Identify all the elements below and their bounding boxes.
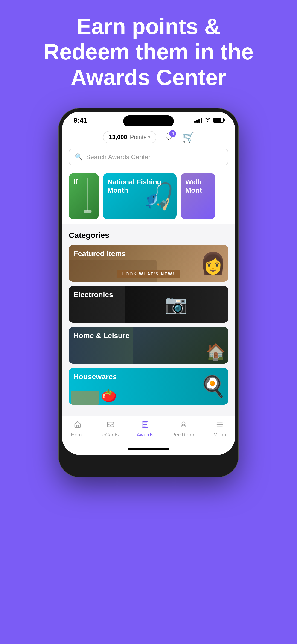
search-bar[interactable]: 🔍 Search Awards Center	[69, 148, 228, 166]
bottom-nav: Home eCards	[62, 416, 235, 445]
promo-card-golf[interactable]: lf	[69, 173, 99, 219]
category-featured-label: Featured Items	[74, 250, 126, 258]
nav-item-menu[interactable]: Menu	[214, 420, 226, 438]
svg-rect-0	[87, 178, 88, 211]
category-card-electronics[interactable]: 📷 Electronics	[69, 286, 228, 323]
menu-nav-label: Menu	[214, 432, 226, 438]
search-section: 🔍 Search Awards Center	[62, 148, 235, 171]
home-indicator	[62, 445, 235, 455]
signal-icon	[194, 118, 202, 123]
category-card-featured[interactable]: 👩 Featured Items LOOK WHAT'S NEW!	[69, 245, 228, 282]
svg-rect-1	[84, 210, 92, 213]
category-card-housewares[interactable]: 🍳 🍅 Housewares	[69, 368, 228, 405]
housewares-tomato-icon: 🍅	[101, 388, 117, 403]
nav-item-rec-room[interactable]: Rec Room	[172, 420, 196, 438]
phone-screen: 9:41	[62, 112, 235, 455]
dynamic-island	[123, 116, 174, 127]
home-nav-label: Home	[71, 432, 84, 438]
ecards-nav-label: eCards	[102, 432, 119, 438]
home-nav-icon	[74, 420, 82, 430]
wifi-icon	[205, 117, 211, 124]
rec-room-nav-label: Rec Room	[172, 432, 196, 438]
category-home-label: Home & Leisure	[74, 332, 130, 340]
nav-item-awards[interactable]: Awards	[137, 420, 154, 438]
menu-nav-icon	[216, 420, 224, 430]
svg-point-5	[182, 422, 185, 425]
battery-icon	[214, 118, 224, 123]
category-electronics-label: Electronics	[74, 290, 113, 299]
housewares-pan-icon: 🍳	[200, 374, 226, 398]
home-icon: 🏠	[206, 342, 226, 362]
promo-fishing-label: National FishingMonth	[108, 178, 161, 194]
awards-nav-icon	[141, 420, 149, 430]
cart-button[interactable]: 🛒	[182, 132, 194, 143]
electronics-visual: 📷	[124, 286, 228, 323]
promo-card-wellness[interactable]: WellrMont	[181, 173, 215, 219]
rec-room-nav-icon	[180, 420, 188, 430]
search-placeholder-text: Search Awards Center	[86, 154, 150, 161]
wishlist-badge: 4	[169, 130, 176, 137]
status-time: 9:41	[74, 116, 87, 124]
nav-item-home[interactable]: Home	[71, 420, 84, 438]
promo-cards-row: lf National FishingMonth 🎣 WellrMont	[62, 171, 235, 224]
housewares-board	[71, 391, 99, 405]
phone-mockup: 9:41	[59, 108, 238, 477]
search-icon: 🔍	[75, 153, 83, 161]
status-icons	[194, 117, 224, 124]
categories-title: Categories	[69, 231, 228, 240]
promo-wellness-label: WellrMont	[185, 178, 202, 194]
promo-card-fishing[interactable]: National FishingMonth 🎣	[103, 173, 176, 219]
featured-sublabel: LOOK WHAT'S NEW!	[117, 270, 180, 278]
category-housewares-label: Housewares	[74, 372, 117, 381]
points-number: 13,000	[109, 134, 127, 141]
status-bar: 9:41	[62, 112, 235, 126]
categories-section: Categories 👩 Featured Items LOOK WHAT'S …	[62, 224, 235, 416]
nav-item-ecards[interactable]: eCards	[102, 420, 119, 438]
points-chevron-icon: ▾	[148, 134, 150, 140]
points-label: Points ▾	[130, 134, 150, 141]
home-bar	[128, 448, 169, 450]
top-bar: 13,000 Points ▾ ♡ 4 🛒	[62, 126, 235, 148]
awards-nav-label: Awards	[137, 432, 154, 438]
wishlist-button[interactable]: ♡ 4	[162, 130, 176, 144]
category-card-home[interactable]: 🏠 Home & Leisure	[69, 327, 228, 364]
points-pill[interactable]: 13,000 Points ▾	[103, 131, 156, 144]
ecards-nav-icon	[106, 420, 114, 430]
promo-golf-label: lf	[74, 178, 78, 186]
hero-title: Earn points & Redeem them in the Awards …	[22, 14, 275, 108]
